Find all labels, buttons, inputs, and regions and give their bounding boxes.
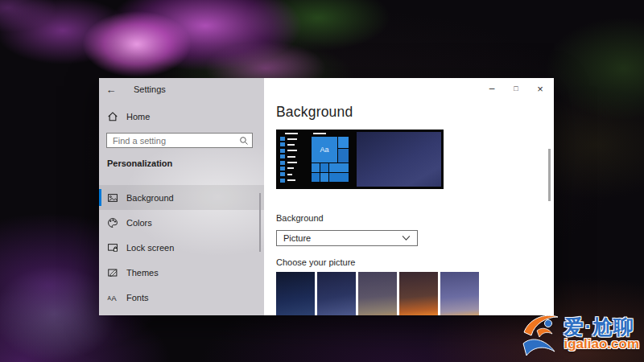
theme-preview-image: Aa xyxy=(276,130,444,189)
picture-thumbnail[interactable] xyxy=(399,272,438,315)
titlebar[interactable]: ← Settings xyxy=(99,78,264,101)
background-field-label: Background xyxy=(276,213,324,223)
selected-accent-bar xyxy=(99,189,101,206)
preview-start-menu: Aa xyxy=(312,133,349,182)
close-button[interactable]: × xyxy=(528,78,552,99)
minimize-button[interactable]: – xyxy=(480,78,504,99)
palette-icon xyxy=(107,217,118,228)
search-input[interactable] xyxy=(107,136,236,146)
choose-picture-label: Choose your picture xyxy=(276,257,355,267)
settings-window: ← Settings Home Personalization xyxy=(99,78,554,315)
dropdown-value: Picture xyxy=(283,233,311,243)
sidebar-nav: Background Colors xyxy=(99,185,264,310)
sidebar-item-lock-screen[interactable]: Lock screen xyxy=(99,235,264,260)
settings-main: – □ × Background Aa xyxy=(264,78,554,315)
back-button[interactable]: ← xyxy=(99,84,123,96)
main-scrollbar[interactable] xyxy=(548,149,551,201)
search-icon[interactable] xyxy=(236,136,252,146)
page-title: Background xyxy=(276,104,353,121)
themes-icon xyxy=(107,267,118,278)
sidebar-item-label: Home xyxy=(126,112,150,121)
sidebar-item-label: Colors xyxy=(126,218,152,228)
watermark-title: 爱·尬聊 xyxy=(564,317,639,338)
preview-settings-list xyxy=(280,133,301,184)
preview-desktop xyxy=(357,132,441,187)
lock-screen-icon xyxy=(107,242,118,253)
svg-text:A: A xyxy=(111,293,117,302)
sidebar-item-label: Themes xyxy=(126,268,159,278)
home-icon xyxy=(107,111,118,122)
watermark-text: 爱·尬聊 igaliao.com xyxy=(564,317,639,352)
window-controls: – □ × xyxy=(480,78,552,99)
sidebar-item-themes[interactable]: Themes xyxy=(99,260,264,285)
settings-sidebar: ← Settings Home Personalization xyxy=(99,78,264,315)
sidebar-item-colors[interactable]: Colors xyxy=(99,210,264,235)
sidebar-item-background[interactable]: Background xyxy=(99,185,264,210)
picture-thumbnail[interactable] xyxy=(358,272,397,315)
watermark: 爱·尬聊 igaliao.com xyxy=(522,311,639,357)
window-title: Settings xyxy=(134,84,166,94)
picture-thumbnail[interactable] xyxy=(440,272,479,315)
maximize-button[interactable]: □ xyxy=(504,78,528,99)
picture-thumbnail[interactable] xyxy=(276,272,315,315)
sidebar-scrollbar[interactable] xyxy=(259,193,261,252)
preview-start-tile: Aa xyxy=(312,137,337,162)
sidebar-item-fonts[interactable]: A A Fonts xyxy=(99,285,264,310)
background-type-dropdown[interactable]: Picture xyxy=(276,230,418,246)
fonts-icon: A A xyxy=(107,292,118,303)
sidebar-item-label: Fonts xyxy=(126,293,149,302)
sidebar-item-label: Lock screen xyxy=(126,243,174,253)
watermark-site: igaliao.com xyxy=(564,337,639,351)
image-icon xyxy=(107,192,118,204)
picture-thumbnails xyxy=(276,272,479,315)
watermark-logo-icon xyxy=(522,311,560,357)
chevron-down-icon xyxy=(402,235,411,241)
picture-thumbnail[interactable] xyxy=(317,272,356,315)
search-box xyxy=(106,133,253,148)
sidebar-item-home[interactable]: Home xyxy=(99,107,264,126)
sidebar-section-header: Personalization xyxy=(107,158,172,168)
sidebar-item-label: Background xyxy=(126,193,174,203)
